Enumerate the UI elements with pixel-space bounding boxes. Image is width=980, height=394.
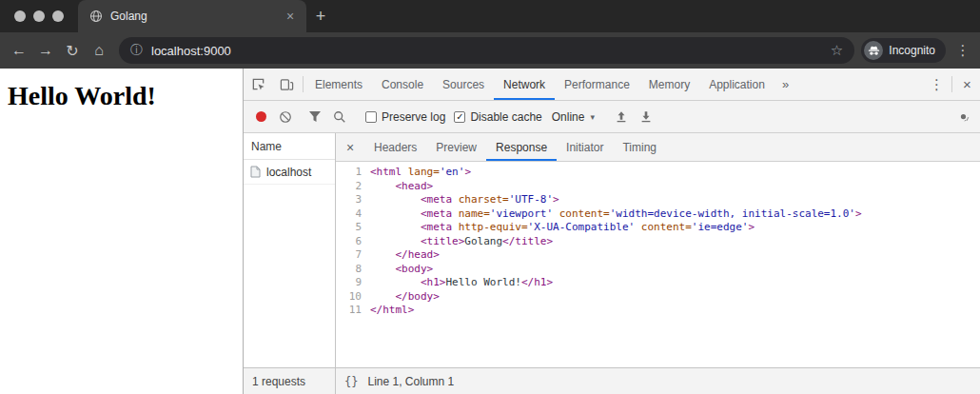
line-number: 1 [336, 166, 370, 180]
throttling-value: Online [552, 110, 585, 124]
line-number: 3 [336, 193, 370, 207]
tab-response[interactable]: Response [486, 133, 557, 161]
preserve-log-checkbox[interactable] [365, 111, 377, 123]
tab-close-icon[interactable]: × [282, 9, 299, 24]
code-text: <body> [370, 263, 433, 277]
incognito-icon [864, 41, 883, 60]
tab-sources[interactable]: Sources [433, 69, 494, 100]
code-text: <html lang='en'> [370, 166, 471, 180]
code-line: 7 </head> [336, 248, 980, 263]
cursor-position-text: Line 1, Column 1 [367, 375, 454, 388]
devtools-tab-bar: ElementsConsoleSourcesNetworkPerformance… [244, 69, 980, 101]
requests-count-status: 1 requests [244, 367, 335, 394]
browser-tab[interactable]: Golang × [78, 0, 306, 32]
code-text: <head> [370, 180, 433, 194]
detail-tab-bar: × HeadersPreviewResponseInitiatorTiming [336, 133, 980, 162]
format-braces-icon[interactable]: {} [344, 375, 358, 388]
code-text: </head> [370, 248, 440, 263]
clear-network-log-icon[interactable] [273, 105, 298, 129]
import-har-icon[interactable] [609, 105, 634, 129]
code-text: <h1>Hello World!</h1> [370, 276, 553, 290]
back-icon[interactable]: ← [6, 37, 32, 64]
code-line: 8 <body> [336, 263, 980, 277]
incognito-badge: Incognito [861, 38, 946, 63]
reload-icon[interactable]: ↻ [59, 37, 86, 64]
code-line: 5 <meta http-equiv='X-UA-Compatible' con… [336, 221, 980, 235]
site-info-icon[interactable]: ⓘ [130, 42, 143, 59]
response-code-lines[interactable]: 1<html lang='en'>2 <head>3 <meta charset… [336, 162, 980, 367]
request-detail-pane: × HeadersPreviewResponseInitiatorTiming … [336, 133, 980, 394]
browser-window: Golang × + ← → ↻ ⌂ ⓘ localhost:9000 ☆ In… [0, 0, 980, 394]
tab-initiator[interactable]: Initiator [557, 133, 613, 161]
device-toolbar-icon[interactable] [272, 69, 301, 100]
tab-strip: Golang × + [0, 0, 980, 32]
address-toolbar: ← → ↻ ⌂ ⓘ localhost:9000 ☆ Incognito ⋮ [0, 32, 980, 69]
disable-cache-checkbox[interactable]: ✓ [454, 111, 465, 123]
separator [303, 76, 304, 92]
tab-performance[interactable]: Performance [555, 69, 639, 100]
tab-preview[interactable]: Preview [426, 133, 486, 161]
line-number: 9 [336, 276, 370, 290]
code-text: <meta http-equiv='X-UA-Compatible' conte… [370, 221, 755, 235]
file-icon [250, 166, 261, 178]
devtools-panel: ElementsConsoleSourcesNetworkPerformance… [243, 69, 980, 394]
network-main: Name localhost 1 requests × HeadersPrevi… [244, 133, 980, 394]
code-text: </body> [370, 290, 440, 305]
preserve-log-label[interactable]: Preserve log [382, 110, 445, 124]
code-text: <meta charset='UTF-8'> [370, 193, 559, 207]
bookmark-star-icon[interactable]: ☆ [831, 42, 843, 59]
detail-close-icon[interactable]: × [336, 133, 364, 161]
devtools-menu-icon[interactable]: ⋮ [924, 69, 950, 100]
chevron-down-icon: ▾ [590, 112, 595, 122]
code-line: 6 <title>Golang</title> [336, 235, 980, 249]
home-icon[interactable]: ⌂ [86, 37, 112, 64]
line-number: 2 [336, 180, 370, 194]
filter-icon[interactable] [303, 105, 327, 129]
separator [951, 76, 952, 92]
window-maximize-button[interactable] [52, 10, 64, 22]
window-close-button[interactable] [14, 10, 26, 22]
search-icon[interactable] [327, 105, 352, 129]
requests-name-header[interactable]: Name [244, 133, 335, 160]
code-line: 10 </body> [336, 290, 980, 305]
browser-menu-icon[interactable]: ⋮ [951, 42, 974, 59]
globe-icon [89, 10, 103, 23]
code-line: 1<html lang='en'> [336, 166, 980, 180]
more-tabs-icon[interactable]: » [774, 69, 796, 100]
disable-cache-label[interactable]: Disable cache [470, 110, 541, 124]
devtools-tabs: ElementsConsoleSourcesNetworkPerformance… [305, 69, 774, 100]
record-network-log-icon[interactable] [248, 105, 273, 129]
line-number: 6 [336, 235, 370, 249]
export-har-icon[interactable] [634, 105, 658, 129]
new-tab-button[interactable]: + [306, 0, 335, 32]
network-settings-gear-icon[interactable] [951, 105, 975, 129]
code-text: <title>Golang</title> [370, 235, 553, 249]
response-status-bar: {} Line 1, Column 1 [336, 367, 980, 394]
tab-application[interactable]: Application [699, 69, 774, 100]
code-line: 11</html> [336, 304, 980, 318]
window-minimize-button[interactable] [33, 10, 45, 22]
throttling-dropdown[interactable]: Online ▾ [542, 110, 604, 124]
code-line: 4 <meta name='viewport' content='width=d… [336, 207, 980, 222]
line-number: 8 [336, 263, 370, 277]
code-text: </html> [370, 304, 414, 318]
tab-network[interactable]: Network [494, 69, 555, 100]
forward-icon[interactable]: → [32, 37, 59, 64]
tab-console[interactable]: Console [372, 69, 433, 100]
request-row[interactable]: localhost [244, 160, 335, 185]
url-text[interactable]: localhost:9000 [151, 44, 822, 58]
line-number: 4 [336, 207, 370, 222]
tab-headers[interactable]: Headers [364, 133, 426, 161]
request-name: localhost [266, 166, 311, 179]
address-bar[interactable]: ⓘ localhost:9000 ☆ [119, 37, 854, 64]
devtools-close-icon[interactable]: × [954, 69, 980, 100]
code-line: 9 <h1>Hello World!</h1> [336, 276, 980, 290]
network-toolbar: Preserve log ✓ Disable cache Online ▾ [244, 101, 980, 133]
requests-pane: Name localhost 1 requests [244, 133, 336, 394]
code-line: 2 <head> [336, 180, 980, 194]
tab-memory[interactable]: Memory [639, 69, 699, 100]
tab-elements[interactable]: Elements [305, 69, 372, 100]
tab-timing[interactable]: Timing [613, 133, 666, 161]
tab-title: Golang [110, 10, 274, 23]
inspect-element-icon[interactable] [244, 69, 272, 100]
